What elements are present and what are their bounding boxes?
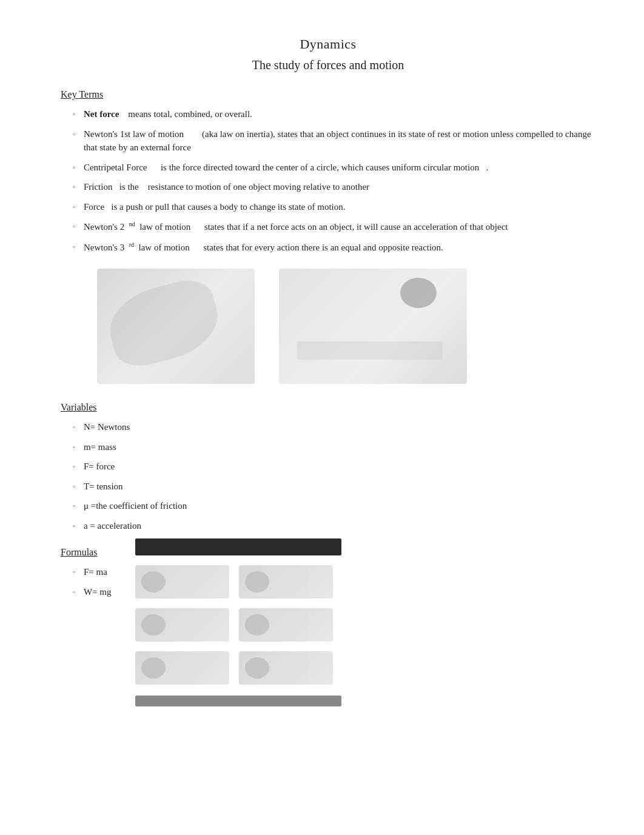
- bullet-icon: ▫: [73, 461, 75, 472]
- bullet-icon: ▫: [73, 129, 75, 139]
- formula-image-row1: [135, 565, 595, 599]
- list-item-text: N= Newtons: [84, 420, 595, 434]
- formulas-section: Formulas ▫ F= ma ▫ W= mg: [61, 545, 595, 706]
- list-item-text: T= tension: [84, 480, 595, 494]
- formula-image-row3: [135, 651, 595, 685]
- list-item-text: Net force means total, combined, or over…: [84, 107, 595, 121]
- variables-list: ▫ N= Newtons ▫ m= mass ▫ F= force ▫ T= t…: [61, 420, 595, 532]
- formulas-list-container: Formulas ▫ F= ma ▫ W= mg: [61, 545, 111, 605]
- variables-heading: Variables: [61, 402, 595, 413]
- formula-image-cell3: [135, 608, 229, 642]
- list-item-text: μ =the coefficient of friction: [84, 499, 595, 513]
- bullet-icon: ▫: [73, 501, 75, 511]
- list-item: ▫ Friction is the resistance to motion o…: [73, 180, 595, 194]
- bullet-icon: ▫: [73, 202, 75, 212]
- list-item: ▫ T= tension: [73, 480, 595, 494]
- list-item-text: F= ma: [84, 565, 112, 579]
- bullet-icon: ▫: [73, 109, 75, 119]
- formulas-diagram: [135, 538, 595, 706]
- list-item-text: Friction is the resistance to motion of …: [84, 180, 595, 194]
- bullet-icon: ▫: [73, 567, 75, 577]
- list-item-text: F= force: [84, 460, 595, 474]
- formulas-heading: Formulas: [61, 547, 111, 558]
- list-item: ▫ N= Newtons: [73, 420, 595, 434]
- bullet-icon: ▫: [73, 442, 75, 452]
- bullet-icon: ▫: [73, 182, 75, 192]
- key-terms-heading: Key Terms: [61, 89, 595, 100]
- bullet-icon: ▫: [73, 521, 75, 531]
- page-subtitle: The study of forces and motion: [61, 58, 595, 72]
- list-item: ▫ m= mass: [73, 440, 595, 454]
- list-item-text: m= mass: [84, 440, 595, 454]
- list-item: ▫ Newton's 3 rd law of motion states tha…: [73, 240, 595, 255]
- list-item-text: Newton's 3 rd law of motion states that …: [84, 240, 595, 255]
- bullet-icon: ▫: [73, 242, 75, 252]
- list-item: ▫ Centripetal Force is the force directe…: [73, 161, 595, 175]
- list-item-text: Newton's 1st law of motion (aka law on i…: [84, 127, 595, 155]
- formula-image-row2: [135, 608, 595, 642]
- formulas-row: Formulas ▫ F= ma ▫ W= mg: [61, 545, 595, 706]
- formula-image-bottombar: [135, 696, 341, 706]
- formula-image-cell2: [239, 565, 333, 599]
- list-item: ▫ Newton's 2 nd law of motion states tha…: [73, 220, 595, 234]
- list-item-text: Force is a push or pull that causes a bo…: [84, 200, 595, 214]
- list-item: ▫ Net force means total, combined, or ov…: [73, 107, 595, 121]
- list-item-text: a = acceleration: [84, 519, 595, 533]
- diagram-left: [97, 269, 255, 384]
- diagrams-row: [61, 269, 595, 384]
- formula-image-cell4: [239, 608, 333, 642]
- list-item: ▫ μ =the coefficient of friction: [73, 499, 595, 513]
- list-item-text: W= mg: [84, 585, 112, 599]
- list-item: ▫ F= force: [73, 460, 595, 474]
- diagram-right: [279, 269, 467, 384]
- list-item: ▫ Newton's 1st law of motion (aka law on…: [73, 127, 595, 155]
- bullet-icon: ▫: [73, 481, 75, 492]
- key-terms-section: Key Terms ▫ Net force means total, combi…: [61, 89, 595, 254]
- bullet-icon: ▫: [73, 221, 75, 232]
- bullet-icon: ▫: [73, 587, 75, 597]
- list-item: ▫ W= mg: [73, 585, 111, 599]
- list-item: ▫ a = acceleration: [73, 519, 595, 533]
- page-title: Dynamics: [61, 36, 595, 52]
- formula-image-cell6: [239, 651, 333, 685]
- list-item-text: Centripetal Force is the force directed …: [84, 161, 595, 175]
- key-terms-list: ▫ Net force means total, combined, or ov…: [61, 107, 595, 254]
- bullet-icon: ▫: [73, 422, 75, 432]
- formula-image-cell1: [135, 565, 229, 599]
- list-item: ▫ Force is a push or pull that causes a …: [73, 200, 595, 214]
- formula-image-topbar: [135, 538, 341, 555]
- formula-image-cell5: [135, 651, 229, 685]
- list-item: ▫ F= ma: [73, 565, 111, 579]
- bullet-icon: ▫: [73, 163, 75, 173]
- formulas-list: ▫ F= ma ▫ W= mg: [61, 565, 111, 599]
- list-item-text: Newton's 2 nd law of motion states that …: [84, 220, 595, 234]
- variables-section: Variables ▫ N= Newtons ▫ m= mass ▫ F= fo…: [61, 402, 595, 532]
